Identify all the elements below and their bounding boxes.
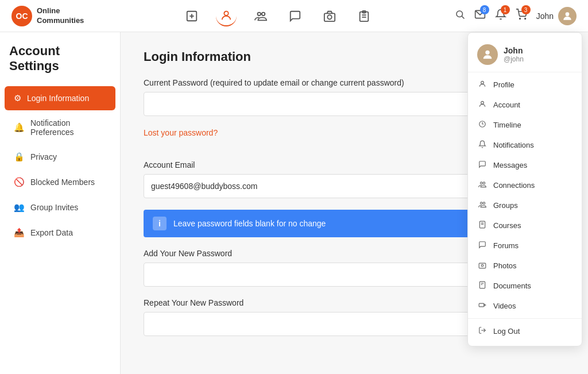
dropdown-groups-label: Groups xyxy=(493,201,518,210)
dropdown-item-photos[interactable]: Photos xyxy=(468,256,582,276)
sidebar-item-label: Login Information xyxy=(27,94,89,103)
svg-point-18 xyxy=(485,51,489,55)
messages-dd-icon xyxy=(477,160,488,170)
dropdown-item-notifications[interactable]: Notifications xyxy=(468,135,582,155)
dropdown-item-account[interactable]: Account xyxy=(468,95,582,115)
sidebar-item-label: Blocked Members xyxy=(30,178,95,187)
nav-icons xyxy=(101,6,454,26)
notifications-dd-icon xyxy=(477,140,488,150)
dropdown-logout-label: Log Out xyxy=(493,327,520,336)
sidebar-item-label: Group Invites xyxy=(30,203,78,212)
dropdown-avatar xyxy=(477,44,498,65)
export-icon: 📤 xyxy=(14,228,25,238)
info-icon: i xyxy=(153,217,167,230)
sidebar-item-label: Export Data xyxy=(30,228,73,237)
sidebar-title: Account Settings xyxy=(0,44,120,85)
dropdown-handle: @john xyxy=(504,55,524,63)
sidebar: Account Settings ⚙ Login Information 🔔 N… xyxy=(0,32,121,374)
dropdown-item-courses[interactable]: Courses xyxy=(468,215,582,236)
account-dd-icon xyxy=(477,100,488,110)
dropdown-item-groups[interactable]: Groups xyxy=(468,195,582,215)
logo-icon: OC xyxy=(11,6,32,26)
svg-point-7 xyxy=(327,15,331,19)
profile-nav-btn[interactable] xyxy=(216,6,237,26)
sidebar-item-label: Notification Preferences xyxy=(30,118,106,137)
svg-marker-35 xyxy=(484,304,486,306)
dropdown-item-connections[interactable]: Connections xyxy=(468,175,582,195)
svg-point-25 xyxy=(483,202,485,205)
profile-dd-icon xyxy=(477,80,488,90)
sidebar-item-label: Privacy xyxy=(30,152,57,161)
dropdown-item-documents[interactable]: Documents xyxy=(468,276,582,296)
logo[interactable]: OC Online Communities xyxy=(11,6,84,26)
dropdown-item-profile[interactable]: Profile xyxy=(468,75,582,95)
dropdown-messages-label: Messages xyxy=(493,161,527,169)
dropdown-item-logout[interactable]: Log Out xyxy=(468,321,582,341)
sidebar-item-privacy[interactable]: 🔒 Privacy xyxy=(5,145,115,169)
dropdown-forums-label: Forums xyxy=(493,241,519,250)
courses-dd-icon xyxy=(477,221,488,230)
bell-btn[interactable]: 1 xyxy=(495,9,506,23)
topnav-avatar xyxy=(558,7,577,25)
cart-badge: 3 xyxy=(521,5,531,14)
svg-point-16 xyxy=(524,18,525,20)
search-btn[interactable] xyxy=(455,9,465,22)
svg-point-15 xyxy=(519,18,520,20)
svg-point-4 xyxy=(257,12,261,15)
dropdown-notifications-label: Notifications xyxy=(493,141,534,149)
svg-point-17 xyxy=(566,12,570,16)
dropdown-timeline-label: Timeline xyxy=(493,121,521,129)
dropdown-videos-label: Videos xyxy=(493,302,516,310)
dropdown-user-info: John @john xyxy=(504,46,524,63)
user-dropdown: John @john Profile Account Timeline Noti… xyxy=(467,32,582,346)
user-menu-btn[interactable]: John xyxy=(536,7,577,25)
dropdown-item-messages[interactable]: Messages xyxy=(468,155,582,175)
sidebar-item-export-data[interactable]: 📤 Export Data xyxy=(5,221,115,245)
svg-point-23 xyxy=(483,182,485,184)
groups-nav-btn[interactable] xyxy=(250,6,271,26)
timeline-dd-icon xyxy=(477,120,488,130)
dropdown-courses-label: Courses xyxy=(493,221,521,230)
add-post-nav-btn[interactable] xyxy=(181,6,202,26)
sidebar-item-notification-prefs[interactable]: 🔔 Notification Preferences xyxy=(5,111,115,144)
sidebar-item-group-invites[interactable]: 👥 Group Invites xyxy=(5,195,115,219)
topnav: OC Online Communities 8 xyxy=(0,0,588,32)
group-invite-icon: 👥 xyxy=(14,202,25,213)
sidebar-item-blocked-members[interactable]: 🚫 Blocked Members xyxy=(5,170,115,194)
dropdown-item-timeline[interactable]: Timeline xyxy=(468,115,582,135)
topnav-username: John xyxy=(536,11,554,21)
svg-point-12 xyxy=(457,11,463,17)
chat-nav-btn[interactable] xyxy=(285,6,305,26)
dropdown-item-forums[interactable]: Forums xyxy=(468,236,582,256)
svg-point-3 xyxy=(224,11,228,15)
clipboard-nav-btn[interactable] xyxy=(354,6,374,26)
mail-badge: 8 xyxy=(480,5,489,14)
svg-point-22 xyxy=(481,182,483,184)
dropdown-username: John xyxy=(504,46,524,55)
groups-dd-icon xyxy=(477,201,488,210)
dropdown-item-videos[interactable]: Videos xyxy=(468,296,582,316)
svg-point-30 xyxy=(481,264,483,267)
dropdown-divider xyxy=(468,318,582,319)
block-icon: 🚫 xyxy=(14,177,25,187)
lock-icon: 🔒 xyxy=(14,152,25,162)
topnav-right: 8 1 3 John xyxy=(455,7,577,25)
svg-point-5 xyxy=(262,12,265,15)
forums-dd-icon xyxy=(477,241,488,250)
svg-rect-29 xyxy=(479,263,486,268)
cart-btn[interactable]: 3 xyxy=(516,9,527,23)
bell-badge: 1 xyxy=(501,5,510,14)
svg-rect-34 xyxy=(479,303,484,307)
dropdown-header: John @john xyxy=(468,37,582,72)
dropdown-profile-label: Profile xyxy=(493,80,514,89)
info-message: Leave password fields blank for no chang… xyxy=(173,219,326,228)
logout-dd-icon xyxy=(477,326,488,336)
svg-line-13 xyxy=(462,16,464,18)
lost-password-link[interactable]: Lost your password? xyxy=(144,128,218,137)
camera-nav-btn[interactable] xyxy=(319,6,340,26)
logo-text: Online Communities xyxy=(37,6,84,26)
dropdown-account-label: Account xyxy=(493,101,520,109)
dropdown-connections-label: Connections xyxy=(493,181,535,190)
sidebar-item-login-info[interactable]: ⚙ Login Information xyxy=(5,86,115,110)
mail-btn[interactable]: 8 xyxy=(474,9,486,23)
